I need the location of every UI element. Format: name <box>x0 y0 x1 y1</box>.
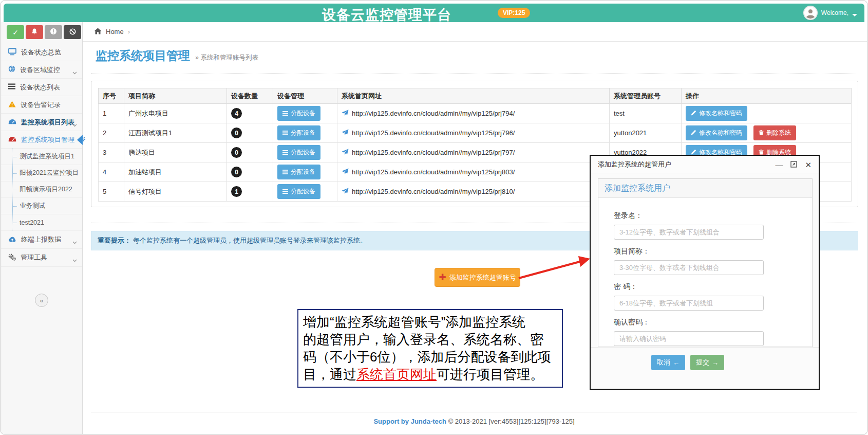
sidebar-item-device-region-monitor[interactable]: 设备区域监控 <box>1 61 82 79</box>
add-super-admin-label: 添加监控系统超管账号 <box>449 273 516 282</box>
paper-plane-icon <box>342 110 349 118</box>
plus-icon: ✚ <box>439 273 446 282</box>
sidebar-subitem-test-monitor-project1[interactable]: 测试监控系统项目1 <box>1 149 82 165</box>
table-header-row: 序号 项目简称 设备数量 设备管理 系统首页网址 系统管理员账号 操作 <box>99 88 852 104</box>
sidebar-nav: 设备状态总览 设备区域监控 设备状态列表 设备告警记录 监控系统项目列表 <box>1 44 82 267</box>
ban-button[interactable] <box>64 25 81 39</box>
home-icon[interactable] <box>94 28 102 36</box>
expand-icon[interactable] <box>790 161 797 169</box>
count-badge: 1 <box>231 186 242 197</box>
red-arrow <box>516 253 593 283</box>
annotation-red-link: 系统首页网址 <box>356 367 437 382</box>
cell-admin: test <box>610 104 682 123</box>
sidebar-item-label: 管理工具 <box>21 253 47 262</box>
user-menu[interactable]: Welcome, <box>803 6 857 20</box>
sidebar-item-monitor-project-list[interactable]: 监控系统项目列表 <box>1 114 82 131</box>
project-url-link[interactable]: http://vip125.devinfo.cn/cloud/admin//my… <box>352 188 515 195</box>
assign-devices-button[interactable]: 分配设备 <box>277 184 320 199</box>
top-header-bar: 设备云监控管理平台 VIP:125 Welcome, <box>4 4 864 22</box>
breadcrumb-bar: Home › <box>83 22 867 42</box>
cell-no: 4 <box>99 162 124 182</box>
edit-name-password-button[interactable]: 修改名称和密码 <box>686 106 747 121</box>
cancel-button[interactable]: 取消← <box>651 355 685 370</box>
sidebar-subitem-test2021[interactable]: test2021 <box>1 214 82 231</box>
page-header: 监控系统项目管理 » 系统和管理账号列表 <box>96 48 258 64</box>
sidebar-item-device-status-list[interactable]: 设备状态列表 <box>1 79 82 96</box>
list-icon <box>282 188 288 195</box>
delete-system-button[interactable]: 删除系统 <box>753 125 796 140</box>
assign-devices-button[interactable]: 分配设备 <box>277 145 320 160</box>
login-name-input[interactable] <box>614 225 764 240</box>
sidebar-item-device-status-overview[interactable]: 设备状态总览 <box>1 44 82 61</box>
sidebar-subitem-yangdun-2021[interactable]: 阳顿2021云监控项目 <box>1 165 82 182</box>
cell-device-count: 4 <box>227 104 273 123</box>
assign-devices-button[interactable]: 分配设备 <box>277 106 320 121</box>
arrow-left-icon: ← <box>673 359 680 367</box>
cell-project-name: 腾达项目 <box>124 143 227 162</box>
project-url-link[interactable]: http://vip125.devinfo.cn/cloud/admin//my… <box>352 168 515 176</box>
confirm-password-input[interactable] <box>614 331 764 346</box>
cell-admin: yutton2021 <box>610 123 682 143</box>
sidebar-collapse-button[interactable]: « <box>35 294 48 307</box>
minimize-icon[interactable]: — <box>775 161 783 169</box>
sidebar-item-label: 设备告警记录 <box>21 100 61 110</box>
sidebar-item-device-alarm-records[interactable]: 设备告警记录 <box>1 96 82 114</box>
cell-manage: 分配设备 <box>273 143 337 162</box>
arrow-right-icon: → <box>712 359 719 367</box>
cell-project-name: 加油站项目 <box>124 162 227 182</box>
trash-icon <box>759 130 764 137</box>
edit-name-password-button[interactable]: 修改名称和密码 <box>686 125 747 140</box>
sidebar-subitem-label: 测试监控系统项目1 <box>20 152 74 161</box>
modal-titlebar[interactable]: 添加监控系统的超管用户 — ✕ <box>591 156 819 173</box>
chevron-down-icon[interactable] <box>852 14 857 16</box>
add-super-admin-button[interactable]: ✚ 添加监控系统超管账号 <box>435 268 520 287</box>
password-input[interactable] <box>614 296 764 311</box>
sidebar-item-admin-tools[interactable]: 管理工具 <box>1 249 82 267</box>
count-badge: 4 <box>231 108 242 119</box>
col-header-url: 系统首页网址 <box>337 88 610 104</box>
table-row: 2 江西测试项目1 0 分配设备 http://vip125.devinfo.c… <box>99 123 852 143</box>
vip-badge: VIP:125 <box>498 8 530 18</box>
paper-plane-icon <box>342 188 349 196</box>
footer-brand[interactable]: Support by Junda-tech <box>373 418 446 425</box>
alarm-bell-button[interactable] <box>26 25 43 39</box>
assign-devices-button[interactable]: 分配设备 <box>277 165 320 179</box>
breadcrumb-home[interactable]: Home <box>106 28 124 35</box>
project-name-field-group: 项目简称： <box>614 247 812 275</box>
cell-url: http://vip125.devinfo.cn/cloud/admin//my… <box>337 143 610 162</box>
app-title: 设备云监控管理平台 <box>322 6 451 24</box>
submit-button[interactable]: 提交→ <box>690 355 724 370</box>
password-label: 密 码： <box>614 282 812 292</box>
cell-url: http://vip125.devinfo.cn/cloud/admin//my… <box>337 123 610 143</box>
count-badge: 0 <box>231 147 242 158</box>
cell-device-count: 0 <box>227 123 273 143</box>
chevron-down-icon <box>72 121 77 129</box>
check-icon: ✓ <box>12 28 18 37</box>
login-name-label: 登录名： <box>614 211 812 221</box>
sidebar-item-terminal-report-data[interactable]: 终端上报数据 <box>1 231 82 249</box>
page-footer: Support by Junda-tech © 2013-2021 [ver:4… <box>91 412 857 425</box>
sidebar-item-label: 设备区域监控 <box>20 65 60 75</box>
assign-devices-button[interactable]: 分配设备 <box>277 125 320 140</box>
ban-icon <box>69 28 76 37</box>
cell-url: http://vip125.devinfo.cn/cloud/admin//my… <box>337 162 610 182</box>
sidebar-item-label: 设备状态总览 <box>21 48 61 57</box>
project-url-link[interactable]: http://vip125.devinfo.cn/cloud/admin//my… <box>352 149 515 156</box>
exclamation-circle-icon <box>50 28 57 37</box>
sidebar-subitem-yangdun-demo-2022[interactable]: 阳顿演示项目2022 <box>1 182 82 198</box>
warning-triangle-icon <box>8 101 16 109</box>
paper-plane-icon <box>342 168 349 176</box>
cell-device-count: 0 <box>227 143 273 162</box>
project-url-link[interactable]: http://vip125.devinfo.cn/cloud/admin//my… <box>352 110 515 117</box>
cell-project-name: 江西测试项目1 <box>124 123 227 143</box>
col-header-manage: 设备管理 <box>273 88 337 104</box>
sidebar-item-monitor-project-manage[interactable]: 监控系统项目管理 <box>1 131 82 149</box>
exclamation-button[interactable] <box>45 25 62 39</box>
project-url-link[interactable]: http://vip125.devinfo.cn/cloud/admin//my… <box>352 129 515 137</box>
cell-project-name: 广州水电项目 <box>124 104 227 123</box>
close-icon[interactable]: ✕ <box>805 161 812 169</box>
list-icon <box>282 110 288 117</box>
sidebar-subitem-business-test[interactable]: 业务测试 <box>1 198 82 214</box>
project-name-input[interactable] <box>614 260 764 275</box>
check-button[interactable]: ✓ <box>7 25 24 39</box>
